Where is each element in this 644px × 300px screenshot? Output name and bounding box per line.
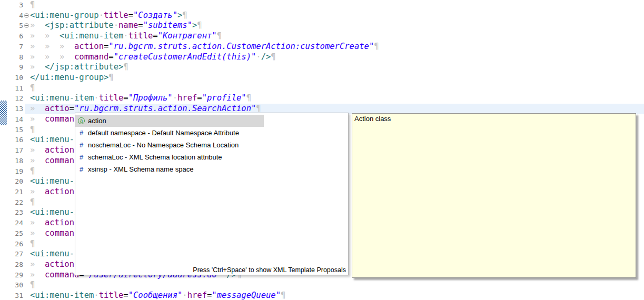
code-line: 12<ui:menu-item·title="Профиль"·href="pr… [0, 93, 644, 104]
completion-item[interactable]: #schemaLoc - XML Schema location attribu… [75, 151, 348, 163]
line-number: 24 [0, 218, 23, 228]
code-text: <ui:menu-i [30, 176, 79, 187]
fold-collapse-icon[interactable] [24, 23, 29, 28]
line-number: 22 [0, 197, 23, 208]
tooltip-text: Action class [354, 115, 391, 123]
code-text: » action [30, 218, 74, 228]
line-number: 28 [0, 259, 23, 270]
code-text: ¶ [30, 125, 35, 135]
code-line: 11¶ [0, 83, 644, 94]
code-text: » comman [30, 156, 74, 166]
template-icon: # [78, 141, 85, 149]
line-number: 9 [0, 62, 23, 73]
code-line: 3¶ [0, 0, 644, 11]
line-number: 27 [0, 249, 23, 259]
code-text: ¶ [30, 197, 35, 208]
code-text: ¶ [30, 280, 35, 291]
code-text: » comman [30, 114, 74, 125]
code-text: » » » action="ru.bgcrm.struts.action.Cus… [30, 42, 379, 52]
code-line: 8» » » command="createCustomerAndEdit(th… [0, 52, 644, 63]
code-line: 6» » <ui:menu-item·title="Контрагент"¶ [0, 31, 644, 42]
line-number: 14 [0, 114, 23, 125]
code-text: ¶ [30, 0, 35, 11]
code-text: <ui:menu-i [30, 249, 79, 259]
line-number: 29 [0, 270, 23, 281]
line-number: 31 [0, 291, 23, 300]
proposal-info-tooltip: Action class [352, 113, 636, 278]
autocomplete-popup: aaction#default namespace - Default Name… [75, 113, 349, 275]
completion-item[interactable]: #default namespace - Default Namespace A… [75, 127, 348, 139]
line-number: 11 [0, 83, 23, 94]
line-number: 26 [0, 239, 23, 249]
line-number: 18 [0, 156, 23, 166]
code-text: </ui:menu-group>¶ [30, 73, 114, 83]
ide-window: 3¶4<ui:menu-group·title="Создать">¶5» <j… [0, 0, 644, 300]
code-line: 4<ui:menu-group·title="Создать">¶ [0, 11, 644, 21]
template-icon: # [78, 165, 85, 173]
completion-label: noschemaLoc - No Namespace Schema Locati… [88, 141, 239, 149]
template-icon: # [78, 129, 85, 137]
code-line: 31<ui:menu-item·title="Сообщения"·href="… [0, 291, 644, 300]
code-text: » </jsp:attribute>¶ [30, 62, 128, 73]
code-line: 30¶ [0, 280, 644, 291]
code-text: <ui:menu-i [30, 135, 79, 145]
code-line: 9» </jsp:attribute>¶ [0, 62, 644, 73]
completion-list: aaction#default namespace - Default Name… [75, 113, 348, 175]
completion-label: schemaLoc - XML Schema location attribut… [88, 153, 222, 161]
code-text: » comman [30, 228, 74, 239]
completion-item[interactable]: aaction [75, 115, 264, 127]
code-text: » » » command="createCustomerAndEdit(thi… [30, 52, 276, 63]
popup-footer-hint: Press 'Ctrl+Space' to show XML Template … [193, 266, 346, 274]
line-number: 12 [0, 93, 23, 104]
completion-item[interactable]: #noschemaLoc - No Namespace Schema Locat… [75, 139, 348, 151]
fold-collapse-icon[interactable] [24, 13, 29, 18]
code-text: » action [30, 259, 74, 270]
line-number: 19 [0, 166, 23, 177]
line-number: 20 [0, 176, 23, 187]
completion-item[interactable]: #xsinsp - XML Schema name space [75, 163, 348, 175]
code-text: <ui:menu-item·title="Сообщения"·href="me… [30, 291, 285, 300]
line-number: 23 [0, 207, 23, 218]
code-text: » action [30, 145, 74, 156]
code-text: <ui:menu-group·title="Создать">¶ [30, 11, 187, 21]
code-line: 5» <jsp:attribute·name="subitems">¶ [0, 21, 644, 31]
code-line: 7» » » action="ru.bgcrm.struts.action.Cu… [0, 42, 644, 52]
line-number: 5 [0, 21, 23, 31]
line-number: 6 [0, 31, 23, 42]
line-number: 17 [0, 145, 23, 156]
line-number: 21 [0, 187, 23, 197]
code-text: » <jsp:attribute·name="subitems">¶ [30, 21, 202, 31]
code-text: ¶ [30, 166, 35, 177]
line-number: 3 [0, 0, 23, 11]
code-text: ¶ [30, 239, 35, 249]
line-number: 30 [0, 280, 23, 291]
code-text: ¶ [30, 83, 35, 94]
line-number: 4 [0, 11, 23, 21]
line-number: 10 [0, 73, 23, 83]
line-number: 7 [0, 42, 23, 52]
line-number: 8 [0, 52, 23, 63]
line-number: 16 [0, 135, 23, 145]
attribute-icon: a [78, 117, 85, 124]
completion-label: xsinsp - XML Schema name space [88, 165, 193, 173]
code-text: <ui:menu-item·title="Профиль"·href="prof… [30, 93, 251, 104]
line-number: 15 [0, 125, 23, 135]
code-text: <ui:menu-i [30, 207, 79, 218]
line-number: 13 [0, 104, 23, 114]
code-line: 10</ui:menu-group>¶ [0, 73, 644, 83]
line-number: 25 [0, 228, 23, 239]
code-text: » action [30, 187, 74, 197]
template-icon: # [78, 153, 85, 161]
completion-label: action [88, 117, 106, 125]
code-text: » » <ui:menu-item·title="Контрагент"¶ [30, 31, 222, 42]
completion-label: default namespace - Default Namespace At… [88, 129, 239, 137]
